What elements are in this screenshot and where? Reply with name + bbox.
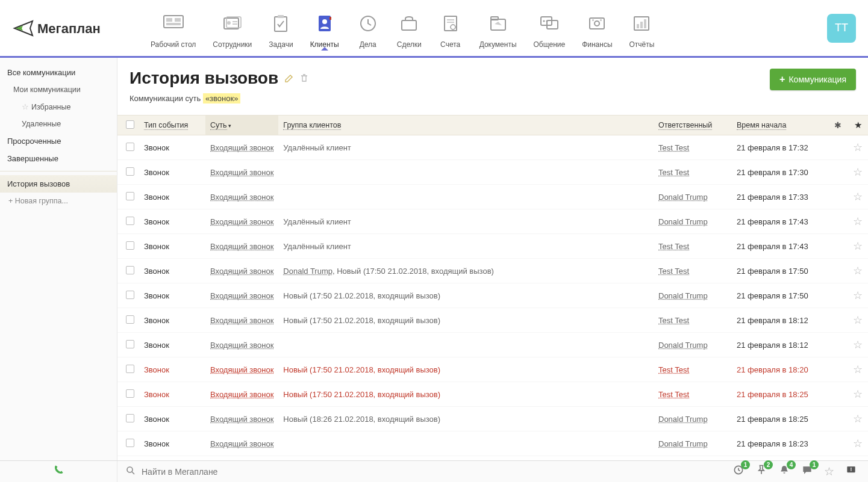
row-star-icon[interactable]: ☆ bbox=[853, 240, 863, 252]
table-row[interactable]: ЗвонокВходящий звонокНовый (17:50 21.02.… bbox=[117, 283, 868, 308]
column-sut[interactable]: Суть bbox=[205, 116, 278, 135]
row-checkbox[interactable] bbox=[126, 439, 134, 447]
table-row[interactable]: ЗвонокВходящий звонокУдалённый клиентDon… bbox=[117, 209, 868, 234]
row-checkbox[interactable] bbox=[126, 217, 134, 225]
sidebar-item-call-history[interactable]: История вызовов bbox=[0, 175, 117, 193]
cell-responsible-link[interactable]: Test Test bbox=[658, 168, 689, 177]
sidebar-item-4[interactable]: Просроченные bbox=[0, 132, 117, 150]
nav-item-documents[interactable]: Документы bbox=[479, 8, 517, 49]
cell-responsible-link[interactable]: Donald Trump bbox=[658, 341, 708, 350]
sidebar-item-2[interactable]: ☆ Избранные bbox=[0, 98, 117, 116]
row-star-icon[interactable]: ☆ bbox=[853, 339, 863, 351]
row-star-icon[interactable]: ☆ bbox=[853, 388, 863, 400]
row-star-icon[interactable]: ☆ bbox=[853, 289, 863, 301]
sidebar-item-5[interactable]: Завершенные bbox=[0, 150, 117, 167]
row-star-icon[interactable]: ☆ bbox=[853, 413, 863, 425]
table-row[interactable]: ЗвонокВходящий звонокTest Test21 февраля… bbox=[117, 160, 868, 185]
column-type[interactable]: Тип события bbox=[139, 116, 205, 135]
column-responsible[interactable]: Ответственный bbox=[654, 116, 732, 135]
cell-sut-link[interactable]: Входящий звонок bbox=[210, 143, 273, 152]
row-star-icon[interactable]: ☆ bbox=[853, 191, 863, 203]
cell-sut-link[interactable]: Входящий звонок bbox=[210, 415, 273, 424]
nav-item-reports[interactable]: Отчёты bbox=[629, 8, 655, 49]
nav-item-deals[interactable]: Сделки bbox=[397, 8, 422, 49]
row-star-icon[interactable]: ☆ bbox=[853, 314, 863, 326]
cell-sut-link[interactable]: Входящий звонок bbox=[210, 242, 273, 251]
cell-responsible-link[interactable]: Test Test bbox=[658, 267, 689, 276]
cell-responsible-link[interactable]: Test Test bbox=[658, 316, 689, 325]
nav-item-clients[interactable]: Клиенты bbox=[310, 8, 339, 49]
cell-sut-link[interactable]: Входящий звонок bbox=[210, 341, 273, 350]
table-row[interactable]: ЗвонокВходящий звонокНовый (17:50 21.02.… bbox=[117, 308, 868, 333]
row-checkbox[interactable] bbox=[126, 241, 134, 250]
cell-sut-link[interactable]: Входящий звонок bbox=[210, 168, 273, 177]
column-time[interactable]: Время начала bbox=[732, 116, 828, 135]
add-communication-button[interactable]: + Коммуникация bbox=[770, 69, 856, 90]
table-row[interactable]: ЗвонокВходящий звонокDonald Trump21 февр… bbox=[117, 333, 868, 357]
footer-phone[interactable] bbox=[0, 461, 117, 482]
table-row[interactable]: ЗвонокВходящий звонокНовый (18:26 21.02.… bbox=[117, 407, 868, 431]
row-star-icon[interactable]: ☆ bbox=[853, 437, 863, 450]
cell-sut-link[interactable]: Входящий звонок bbox=[210, 390, 273, 399]
cell-responsible-link[interactable]: Donald Trump bbox=[658, 291, 708, 300]
table-row[interactable]: ЗвонокВходящий звонокУдалённый клиентTes… bbox=[117, 234, 868, 259]
sidebar-new-group[interactable]: + Новая группа... bbox=[0, 193, 117, 209]
row-checkbox[interactable] bbox=[126, 315, 134, 324]
row-checkbox[interactable] bbox=[126, 291, 134, 299]
select-all-checkbox[interactable] bbox=[126, 120, 134, 129]
search-bar[interactable] bbox=[117, 466, 722, 478]
sidebar-item-3[interactable]: Удаленные bbox=[0, 116, 117, 132]
nav-item-finance[interactable]: Финансы bbox=[582, 8, 612, 49]
footer-pin-icon[interactable]: 2 bbox=[755, 464, 767, 479]
table-row[interactable]: ЗвонокВходящий звонокDonald Trump21 февр… bbox=[117, 185, 868, 209]
cell-sut-link[interactable]: Входящий звонок bbox=[210, 267, 273, 276]
sidebar-item-1[interactable]: Мои коммуникации bbox=[0, 81, 117, 98]
row-star-icon[interactable]: ☆ bbox=[853, 215, 863, 227]
cell-responsible-link[interactable]: Donald Trump bbox=[658, 193, 708, 202]
footer-star-icon[interactable]: ☆ bbox=[824, 465, 834, 478]
row-checkbox[interactable] bbox=[126, 414, 134, 422]
footer-message-icon[interactable]: 1 bbox=[801, 464, 813, 479]
cell-sut-link[interactable]: Входящий звонок bbox=[210, 439, 273, 448]
gear-icon[interactable]: ✱ bbox=[834, 120, 841, 130]
group-link[interactable]: Donald Trump bbox=[283, 267, 333, 276]
search-input[interactable] bbox=[142, 467, 713, 477]
nav-item-invoices[interactable]: Счета bbox=[439, 8, 463, 49]
row-star-icon[interactable]: ☆ bbox=[853, 166, 863, 178]
row-checkbox[interactable] bbox=[126, 365, 134, 373]
edit-icon[interactable] bbox=[284, 73, 294, 83]
table-row[interactable]: ЗвонокВходящий звонокНовый (17:50 21.02.… bbox=[117, 357, 868, 382]
row-checkbox[interactable] bbox=[126, 266, 134, 274]
nav-item-chat[interactable]: Общение bbox=[534, 8, 566, 49]
row-checkbox[interactable] bbox=[126, 143, 134, 151]
cell-responsible-link[interactable]: Donald Trump bbox=[658, 439, 708, 448]
star-header-icon[interactable]: ★ bbox=[854, 120, 862, 130]
cell-sut-link[interactable]: Входящий звонок bbox=[210, 217, 273, 226]
trash-icon[interactable] bbox=[300, 73, 310, 83]
row-checkbox[interactable] bbox=[126, 340, 134, 348]
nav-item-desktop[interactable]: Рабочий стол bbox=[151, 8, 196, 49]
footer-alert-icon[interactable]: ! bbox=[845, 464, 857, 479]
row-checkbox[interactable] bbox=[126, 167, 134, 176]
cell-responsible-link[interactable]: Test Test bbox=[658, 390, 689, 399]
table-row[interactable]: ЗвонокВходящий звонокУдалённый клиентTes… bbox=[117, 135, 868, 160]
footer-activity-icon[interactable]: 1 bbox=[732, 464, 745, 479]
table-row[interactable]: ЗвонокВходящий звонокDonald Trump21 февр… bbox=[117, 431, 868, 456]
cell-sut-link[interactable]: Входящий звонок bbox=[210, 193, 273, 202]
avatar[interactable]: TT bbox=[827, 14, 856, 43]
logo[interactable]: Мегаплан bbox=[12, 15, 114, 42]
cell-responsible-link[interactable]: Donald Trump bbox=[658, 415, 708, 424]
row-star-icon[interactable]: ☆ bbox=[853, 363, 863, 375]
nav-item-staff[interactable]: Сотрудники bbox=[213, 8, 252, 49]
cell-responsible-link[interactable]: Test Test bbox=[658, 365, 689, 374]
table-row[interactable]: ЗвонокВходящий звонокDonald Trump, Новый… bbox=[117, 259, 868, 283]
table-row[interactable]: ЗвонокВходящий звонокНовый (17:50 21.02.… bbox=[117, 382, 868, 407]
footer-bell-icon[interactable]: 4 bbox=[778, 464, 790, 479]
column-group[interactable]: Группа клиентов bbox=[278, 116, 654, 135]
table-row[interactable]: ЗвонокВходящий звонокНовый (17:50 21.02.… bbox=[117, 456, 868, 461]
row-checkbox[interactable] bbox=[126, 192, 134, 200]
nav-item-tasks[interactable]: Задачи bbox=[269, 8, 293, 49]
row-checkbox[interactable] bbox=[126, 389, 134, 398]
cell-sut-link[interactable]: Входящий звонок bbox=[210, 316, 273, 325]
cell-responsible-link[interactable]: Test Test bbox=[658, 143, 689, 152]
